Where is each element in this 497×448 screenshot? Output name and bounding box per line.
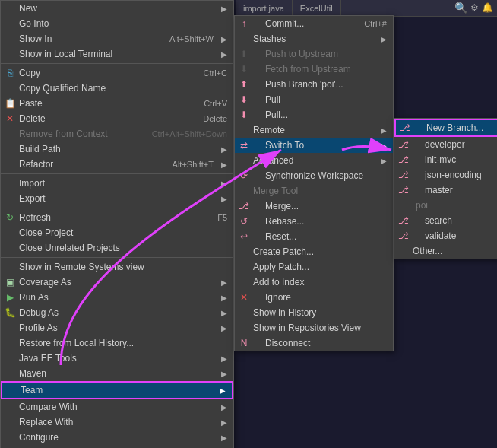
menu-item-coverage-as[interactable]: ▣ Coverage As ▶ bbox=[1, 275, 233, 290]
menu-item-export[interactable]: Export ▶ bbox=[1, 191, 233, 206]
menu-item-new-branch[interactable]: ⎇ New Branch... bbox=[394, 119, 497, 137]
menu-item-merge[interactable]: ⎇ Merge... bbox=[235, 199, 393, 214]
menu-separator bbox=[1, 63, 233, 64]
paste-icon: 📋 bbox=[4, 97, 16, 110]
menu-item-branch-search[interactable]: ⎇ search bbox=[394, 213, 497, 228]
menu-item-switch-to[interactable]: ⇄ Switch To ▶ bbox=[235, 138, 393, 153]
menu-separator bbox=[1, 257, 233, 258]
tab-label: ExcelUtil bbox=[300, 4, 333, 13]
menu-item-show-repositories[interactable]: Show in Repositories View bbox=[235, 320, 393, 335]
menu-item-push-branch[interactable]: ⬆ Push Branch 'poi'... bbox=[235, 77, 393, 92]
branch-icon: ⎇ bbox=[397, 184, 410, 196]
shortcut-label: Ctrl+# bbox=[364, 19, 387, 28]
menu-item-add-to-index[interactable]: Add to Index bbox=[235, 275, 393, 290]
menu-item-branch-master[interactable]: ⎇ master bbox=[394, 183, 497, 198]
menu-item-profile-as[interactable]: Profile As ▶ bbox=[1, 320, 233, 335]
tab-label: import.java bbox=[243, 4, 284, 13]
shortcut-label: F5 bbox=[217, 213, 227, 222]
menu-item-other-branches[interactable]: Other... bbox=[394, 243, 497, 259]
menu-item-advanced[interactable]: Advanced ▶ bbox=[235, 153, 393, 168]
menu-item-import[interactable]: Import ▶ bbox=[1, 176, 233, 191]
menu-item-apply-patch[interactable]: Apply Patch... bbox=[235, 259, 393, 275]
merge-icon: ⎇ bbox=[238, 200, 250, 212]
debug-icon: 🐛 bbox=[4, 307, 16, 319]
settings-icon[interactable]: ⚙ bbox=[470, 2, 479, 13]
menu-item-close-project[interactable]: Close Project bbox=[1, 225, 233, 240]
tab-excel-util[interactable]: ExcelUtil bbox=[293, 0, 341, 16]
menu-item-copy[interactable]: ⎘ Copy Ctrl+C bbox=[1, 65, 233, 81]
shortcut-label: Alt+Shift+T bbox=[173, 160, 214, 169]
menu-item-new[interactable]: New ▶ bbox=[1, 1, 233, 16]
menu-item-create-patch[interactable]: Create Patch... bbox=[235, 244, 393, 259]
menu-item-fetch-upstream[interactable]: ⬇ Fetch from Upstream bbox=[235, 62, 393, 77]
menu-item-ignore[interactable]: ✕ Ignore bbox=[235, 290, 393, 305]
menu-item-pull-dialog[interactable]: ⬇ Pull... bbox=[235, 107, 393, 122]
branch-icon: ⎇ bbox=[397, 169, 410, 181]
menu-item-delete[interactable]: ✕ Delete Delete bbox=[1, 111, 233, 126]
menu-item-go-into[interactable]: Go Into bbox=[1, 16, 233, 31]
branch-icon: ⎇ bbox=[397, 154, 410, 166]
menu-item-push-upstream[interactable]: ⬆ Push to Upstream bbox=[235, 46, 393, 62]
ignore-icon: ✕ bbox=[238, 291, 250, 303]
menu-item-close-unrelated[interactable]: Close Unrelated Projects bbox=[1, 240, 233, 256]
submenu-arrow-icon: ▶ bbox=[221, 354, 227, 363]
coverage-icon: ▣ bbox=[4, 276, 16, 288]
menu-item-remove-from-context[interactable]: Remove from Context Ctrl+Alt+Shift+Down bbox=[1, 126, 233, 141]
menu-item-sync-workspace[interactable]: ⟳ Synchronize Workspace bbox=[235, 168, 393, 183]
menu-item-debug-as[interactable]: 🐛 Debug As ▶ bbox=[1, 305, 233, 320]
menu-item-branch-json-encoding[interactable]: ⎇ json-encoding bbox=[394, 167, 497, 183]
submenu-arrow-icon: ▶ bbox=[221, 324, 227, 332]
menu-item-disconnect[interactable]: N Disconnect bbox=[235, 335, 393, 351]
copy-icon: ⎘ bbox=[4, 67, 16, 79]
menu-item-stashes[interactable]: Stashes ▶ bbox=[235, 31, 393, 46]
menu-item-java-ee-tools[interactable]: Java EE Tools ▶ bbox=[1, 351, 233, 366]
switch-icon: ⇄ bbox=[238, 139, 250, 151]
menu-item-compare-with[interactable]: Compare With ▶ bbox=[1, 399, 233, 415]
context-menu-branch: ⎇ New Branch... ⎇ developer ⎇ init-mvc ⎇… bbox=[394, 118, 497, 259]
notifications-icon[interactable]: 🔔 bbox=[482, 2, 493, 13]
menu-item-configure[interactable]: Configure ▶ bbox=[1, 430, 233, 445]
menu-item-branch-init-mvc[interactable]: ⎇ init-mvc bbox=[394, 152, 497, 167]
menu-item-build-path[interactable]: Build Path ▶ bbox=[1, 141, 233, 157]
menu-item-replace-with[interactable]: Replace With ▶ bbox=[1, 415, 233, 430]
menu-item-show-history[interactable]: Show in History bbox=[235, 305, 393, 320]
branch-icon: ⎇ bbox=[397, 138, 410, 151]
menu-item-merge-tool[interactable]: Merge Tool bbox=[235, 183, 393, 199]
menu-item-reset[interactable]: ↩ Reset... bbox=[235, 229, 393, 244]
delete-icon: ✕ bbox=[4, 113, 16, 125]
menu-item-show-local-terminal[interactable]: Show in Local Terminal ▶ bbox=[1, 46, 233, 62]
menu-item-team[interactable]: Team ▶ bbox=[1, 381, 233, 399]
menu-item-commit[interactable]: ↑ Commit... Ctrl+# bbox=[235, 16, 393, 31]
menu-item-restore-history[interactable]: Restore from Local History... bbox=[1, 335, 233, 351]
tab-bar: import.java ExcelUtil 🔍 ⚙ 🔔 bbox=[236, 0, 497, 17]
tab-import-java[interactable]: import.java bbox=[236, 0, 293, 16]
run-icon: ▶ bbox=[4, 291, 16, 303]
menu-item-branch-poi[interactable]: poi bbox=[394, 198, 497, 213]
pull-icon: ⬇ bbox=[238, 94, 250, 106]
submenu-arrow-icon: ▶ bbox=[221, 5, 227, 13]
menu-item-show-remote[interactable]: Show in Remote Systems view bbox=[1, 259, 233, 275]
submenu-arrow-icon: ▶ bbox=[221, 160, 227, 169]
shortcut-label: Ctrl+V bbox=[204, 99, 227, 108]
toolbar-icons: 🔍 ⚙ 🔔 bbox=[454, 2, 493, 14]
disconnect-icon: N bbox=[238, 337, 250, 349]
menu-item-remote[interactable]: Remote ▶ bbox=[235, 122, 393, 138]
menu-item-run-as[interactable]: ▶ Run As ▶ bbox=[1, 290, 233, 305]
branch-icon: ⎇ bbox=[397, 230, 410, 242]
menu-item-refresh[interactable]: ↻ Refresh F5 bbox=[1, 210, 233, 225]
menu-item-maven[interactable]: Maven ▶ bbox=[1, 366, 233, 381]
submenu-arrow-icon: ▶ bbox=[221, 278, 227, 287]
menu-item-source[interactable]: Source ▶ bbox=[1, 445, 233, 448]
submenu-arrow-icon: ▶ bbox=[221, 145, 227, 154]
menu-item-copy-qualified-name[interactable]: Copy Qualified Name bbox=[1, 81, 233, 96]
search-icon[interactable]: 🔍 bbox=[454, 2, 467, 14]
menu-item-paste[interactable]: 📋 Paste Ctrl+V bbox=[1, 96, 233, 111]
menu-item-pull[interactable]: ⬇ Pull bbox=[235, 92, 393, 107]
menu-item-refactor[interactable]: Refactor Alt+Shift+T ▶ bbox=[1, 157, 233, 172]
menu-item-branch-developer[interactable]: ⎇ developer bbox=[394, 137, 497, 152]
submenu-arrow-icon: ▶ bbox=[381, 126, 387, 135]
menu-item-branch-validate[interactable]: ⎇ validate bbox=[394, 228, 497, 243]
menu-item-show-in[interactable]: Show In Alt+Shift+W ▶ bbox=[1, 31, 233, 46]
submenu-arrow-icon: ▶ bbox=[221, 50, 227, 59]
menu-item-rebase[interactable]: ↺ Rebase... bbox=[235, 214, 393, 229]
